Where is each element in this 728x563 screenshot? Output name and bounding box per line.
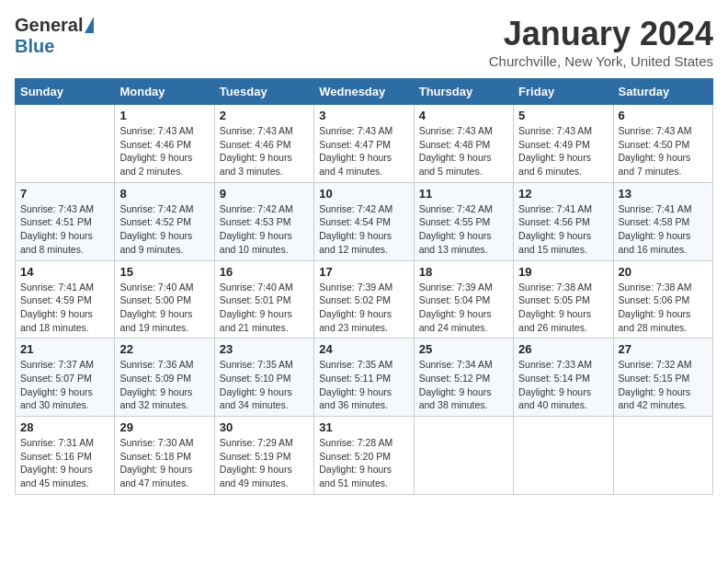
day-cell: 12Sunrise: 7:41 AM Sunset: 4:56 PM Dayli…: [514, 182, 613, 260]
day-number: 25: [419, 342, 508, 356]
day-number: 11: [419, 187, 508, 201]
calendar-location: Churchville, New York, United States: [489, 53, 713, 69]
day-info: Sunrise: 7:30 AM Sunset: 5:18 PM Dayligh…: [119, 436, 209, 490]
logo-general-text: General: [15, 15, 83, 36]
day-cell: [613, 417, 712, 495]
day-info: Sunrise: 7:40 AM Sunset: 5:00 PM Dayligh…: [119, 281, 209, 335]
day-number: 16: [220, 265, 309, 279]
header-cell-monday: Monday: [115, 79, 214, 105]
day-cell: 5Sunrise: 7:43 AM Sunset: 4:49 PM Daylig…: [514, 105, 613, 183]
week-row-1: 1Sunrise: 7:43 AM Sunset: 4:46 PM Daylig…: [16, 105, 713, 183]
day-cell: 28Sunrise: 7:31 AM Sunset: 5:16 PM Dayli…: [16, 417, 115, 495]
day-info: Sunrise: 7:28 AM Sunset: 5:20 PM Dayligh…: [319, 436, 408, 490]
day-number: 20: [619, 265, 708, 279]
day-info: Sunrise: 7:40 AM Sunset: 5:01 PM Dayligh…: [220, 281, 309, 335]
day-number: 9: [220, 187, 309, 201]
day-number: 14: [20, 265, 109, 279]
day-number: 27: [619, 342, 708, 356]
day-cell: 14Sunrise: 7:41 AM Sunset: 4:59 PM Dayli…: [16, 260, 115, 339]
day-info: Sunrise: 7:42 AM Sunset: 4:54 PM Dayligh…: [319, 202, 408, 257]
week-row-2: 7Sunrise: 7:43 AM Sunset: 4:51 PM Daylig…: [16, 182, 713, 260]
day-number: 3: [319, 109, 408, 122]
day-info: Sunrise: 7:39 AM Sunset: 5:02 PM Dayligh…: [319, 281, 408, 335]
day-number: 29: [119, 420, 209, 434]
day-info: Sunrise: 7:32 AM Sunset: 5:15 PM Dayligh…: [619, 358, 708, 412]
day-cell: 1Sunrise: 7:43 AM Sunset: 4:46 PM Daylig…: [115, 105, 214, 183]
day-info: Sunrise: 7:43 AM Sunset: 4:51 PM Dayligh…: [20, 202, 109, 257]
day-cell: 22Sunrise: 7:36 AM Sunset: 5:09 PM Dayli…: [115, 339, 214, 417]
day-cell: [414, 417, 513, 495]
day-number: 5: [518, 109, 608, 122]
day-number: 24: [319, 342, 408, 356]
header-row: SundayMondayTuesdayWednesdayThursdayFrid…: [16, 79, 713, 105]
day-cell: 9Sunrise: 7:42 AM Sunset: 4:53 PM Daylig…: [214, 182, 313, 260]
day-number: 19: [518, 265, 608, 279]
day-number: 21: [20, 342, 109, 356]
day-number: 18: [419, 265, 508, 279]
day-info: Sunrise: 7:42 AM Sunset: 4:53 PM Dayligh…: [220, 202, 309, 257]
day-cell: 13Sunrise: 7:41 AM Sunset: 4:58 PM Dayli…: [613, 182, 712, 260]
day-cell: 17Sunrise: 7:39 AM Sunset: 5:02 PM Dayli…: [314, 260, 414, 339]
day-number: 1: [119, 109, 209, 122]
day-cell: 2Sunrise: 7:43 AM Sunset: 4:46 PM Daylig…: [214, 105, 313, 183]
day-info: Sunrise: 7:38 AM Sunset: 5:06 PM Dayligh…: [619, 281, 708, 335]
day-cell: 11Sunrise: 7:42 AM Sunset: 4:55 PM Dayli…: [414, 182, 513, 260]
header-cell-sunday: Sunday: [16, 79, 115, 105]
day-number: 10: [319, 187, 408, 201]
day-number: 31: [319, 420, 408, 434]
day-info: Sunrise: 7:41 AM Sunset: 4:58 PM Dayligh…: [619, 202, 708, 257]
logo: General Blue: [15, 15, 94, 57]
day-cell: 26Sunrise: 7:33 AM Sunset: 5:14 PM Dayli…: [514, 339, 613, 417]
day-cell: 30Sunrise: 7:29 AM Sunset: 5:19 PM Dayli…: [214, 417, 313, 495]
title-block: January 2024 Churchville, New York, Unit…: [489, 15, 713, 69]
day-info: Sunrise: 7:41 AM Sunset: 4:59 PM Dayligh…: [20, 281, 109, 335]
day-cell: 23Sunrise: 7:35 AM Sunset: 5:10 PM Dayli…: [214, 339, 313, 417]
day-number: 22: [119, 342, 209, 356]
day-info: Sunrise: 7:43 AM Sunset: 4:49 PM Dayligh…: [518, 124, 608, 178]
day-info: Sunrise: 7:42 AM Sunset: 4:52 PM Dayligh…: [119, 202, 209, 257]
day-info: Sunrise: 7:39 AM Sunset: 5:04 PM Dayligh…: [419, 281, 508, 335]
week-row-3: 14Sunrise: 7:41 AM Sunset: 4:59 PM Dayli…: [16, 260, 713, 339]
day-cell: 18Sunrise: 7:39 AM Sunset: 5:04 PM Dayli…: [414, 260, 513, 339]
day-number: 30: [220, 420, 309, 434]
page-header: General Blue January 2024 Churchville, N…: [15, 15, 713, 69]
day-number: 4: [419, 109, 508, 122]
day-info: Sunrise: 7:36 AM Sunset: 5:09 PM Dayligh…: [119, 358, 209, 412]
day-cell: 24Sunrise: 7:35 AM Sunset: 5:11 PM Dayli…: [314, 339, 414, 417]
day-info: Sunrise: 7:43 AM Sunset: 4:46 PM Dayligh…: [119, 124, 209, 178]
day-cell: 20Sunrise: 7:38 AM Sunset: 5:06 PM Dayli…: [613, 260, 712, 339]
day-number: 13: [619, 187, 708, 201]
week-row-4: 21Sunrise: 7:37 AM Sunset: 5:07 PM Dayli…: [16, 339, 713, 417]
day-cell: 31Sunrise: 7:28 AM Sunset: 5:20 PM Dayli…: [314, 417, 414, 495]
day-number: 8: [119, 187, 209, 201]
day-info: Sunrise: 7:43 AM Sunset: 4:48 PM Dayligh…: [419, 124, 508, 178]
day-number: 28: [20, 420, 109, 434]
day-cell: 10Sunrise: 7:42 AM Sunset: 4:54 PM Dayli…: [314, 182, 414, 260]
day-cell: [16, 105, 115, 183]
calendar-table: SundayMondayTuesdayWednesdayThursdayFrid…: [15, 78, 713, 495]
day-cell: 3Sunrise: 7:43 AM Sunset: 4:47 PM Daylig…: [314, 105, 414, 183]
day-cell: 29Sunrise: 7:30 AM Sunset: 5:18 PM Dayli…: [115, 417, 214, 495]
day-number: 2: [220, 109, 309, 122]
day-info: Sunrise: 7:43 AM Sunset: 4:47 PM Dayligh…: [319, 124, 408, 178]
day-cell: 25Sunrise: 7:34 AM Sunset: 5:12 PM Dayli…: [414, 339, 513, 417]
day-cell: 7Sunrise: 7:43 AM Sunset: 4:51 PM Daylig…: [16, 182, 115, 260]
day-info: Sunrise: 7:34 AM Sunset: 5:12 PM Dayligh…: [419, 358, 508, 412]
day-info: Sunrise: 7:31 AM Sunset: 5:16 PM Dayligh…: [20, 436, 109, 490]
day-info: Sunrise: 7:33 AM Sunset: 5:14 PM Dayligh…: [518, 358, 608, 412]
day-cell: 19Sunrise: 7:38 AM Sunset: 5:05 PM Dayli…: [514, 260, 613, 339]
day-info: Sunrise: 7:43 AM Sunset: 4:46 PM Dayligh…: [220, 124, 309, 178]
day-number: 17: [319, 265, 408, 279]
day-cell: [514, 417, 613, 495]
day-info: Sunrise: 7:37 AM Sunset: 5:07 PM Dayligh…: [20, 358, 109, 412]
day-number: 6: [619, 109, 708, 122]
day-info: Sunrise: 7:35 AM Sunset: 5:11 PM Dayligh…: [319, 358, 408, 412]
day-number: 23: [220, 342, 309, 356]
day-info: Sunrise: 7:35 AM Sunset: 5:10 PM Dayligh…: [220, 358, 309, 412]
header-cell-friday: Friday: [514, 79, 613, 105]
day-number: 12: [518, 187, 608, 201]
day-number: 7: [20, 187, 109, 201]
header-cell-thursday: Thursday: [414, 79, 513, 105]
day-info: Sunrise: 7:38 AM Sunset: 5:05 PM Dayligh…: [518, 281, 608, 335]
day-cell: 8Sunrise: 7:42 AM Sunset: 4:52 PM Daylig…: [115, 182, 214, 260]
